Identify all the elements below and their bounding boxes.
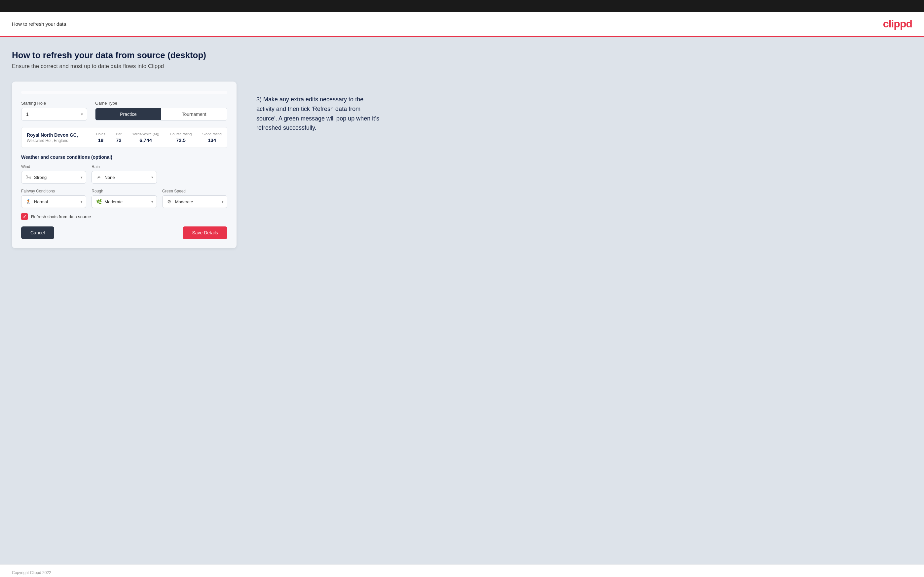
starting-hole-chevron: ▾ (81, 112, 83, 116)
rain-label: Rain (92, 164, 157, 169)
fairway-group: Fairway Conditions 🏌 Normal ▾ (21, 189, 86, 208)
holes-value: 18 (96, 137, 105, 143)
fairway-icon: 🏌 (26, 199, 31, 205)
slope-rating-value: 134 (202, 137, 222, 143)
wind-select[interactable]: 🌬 Strong ▾ (21, 171, 86, 184)
save-button[interactable]: Save Details (183, 226, 227, 239)
course-row: Royal North Devon GC, Westward Ho!, Engl… (21, 127, 227, 148)
instruction-text: 3) Make any extra edits necessary to the… (256, 95, 382, 133)
cancel-button[interactable]: Cancel (21, 226, 54, 239)
wind-label: Wind (21, 164, 86, 169)
rain-select[interactable]: ☀ None ▾ (92, 171, 157, 184)
par-stat: Par 72 (116, 132, 121, 143)
rough-group: Rough 🌿 Moderate ▾ (92, 189, 157, 208)
practice-button[interactable]: Practice (95, 108, 161, 120)
header: How to refresh your data clippd (0, 12, 924, 37)
button-row: Cancel Save Details (21, 226, 227, 239)
card-top-strip (21, 91, 227, 94)
rough-label: Rough (92, 189, 157, 193)
rough-select[interactable]: 🌿 Moderate ▾ (92, 195, 157, 208)
instruction-panel: 3) Make any extra edits necessary to the… (256, 82, 382, 133)
top-bar (0, 0, 924, 12)
course-rating-label: Course rating (170, 132, 192, 136)
course-rating-stat: Course rating 72.5 (170, 132, 192, 143)
footer: Copyright Clippd 2022 (0, 564, 924, 577)
course-stats: Holes 18 Par 72 Yards/White (M)) 6,744 C… (96, 132, 222, 143)
wind-group: Wind 🌬 Strong ▾ (21, 164, 86, 184)
form-card: Starting Hole 1 ▾ Game Type Practice Tou… (12, 82, 236, 248)
logo: clippd (883, 18, 912, 30)
holes-stat: Holes 18 (96, 132, 105, 143)
green-speed-icon: ⚙ (166, 199, 173, 205)
course-info: Royal North Devon GC, Westward Ho!, Engl… (27, 132, 96, 143)
green-speed-chevron: ▾ (222, 200, 224, 204)
green-speed-label: Green Speed (162, 189, 227, 193)
wind-value: Strong (34, 175, 47, 180)
rain-icon: ☀ (96, 174, 102, 180)
green-speed-select[interactable]: ⚙ Moderate ▾ (162, 195, 227, 208)
refresh-checkbox-row: ✓ Refresh shots from data source (21, 213, 227, 220)
yards-label: Yards/White (M)) (132, 132, 159, 136)
checkmark-icon: ✓ (23, 214, 26, 219)
wind-chevron: ▾ (81, 175, 82, 180)
starting-game-row: Starting Hole 1 ▾ Game Type Practice Tou… (21, 101, 227, 121)
fairway-rough-green-row: Fairway Conditions 🏌 Normal ▾ Rough 🌿 Mo… (21, 189, 227, 208)
par-label: Par (116, 132, 121, 136)
par-value: 72 (116, 137, 121, 143)
rain-value: None (104, 175, 115, 180)
footer-copyright: Copyright Clippd 2022 (12, 571, 51, 575)
holes-label: Holes (96, 132, 105, 136)
rough-value: Moderate (104, 199, 123, 204)
slope-rating-label: Slope rating (202, 132, 222, 136)
main-content: How to refresh your data from source (de… (0, 37, 924, 564)
rain-group: Rain ☀ None ▾ (92, 164, 157, 184)
fairway-chevron: ▾ (81, 200, 82, 204)
starting-hole-label: Starting Hole (21, 101, 87, 106)
refresh-checkbox-label: Refresh shots from data source (31, 214, 91, 219)
starting-hole-group: Starting Hole 1 ▾ (21, 101, 87, 121)
green-speed-value: Moderate (175, 199, 193, 204)
rough-icon: 🌿 (96, 199, 102, 205)
rain-chevron: ▾ (151, 175, 153, 180)
green-speed-group: Green Speed ⚙ Moderate ▾ (162, 189, 227, 208)
wind-icon: 🌬 (26, 174, 31, 180)
course-name: Royal North Devon GC, (27, 132, 96, 138)
refresh-checkbox[interactable]: ✓ (21, 213, 28, 220)
wind-rain-row: Wind 🌬 Strong ▾ Rain ☀ None ▾ (21, 164, 227, 184)
fairway-label: Fairway Conditions (21, 189, 86, 193)
content-row: Starting Hole 1 ▾ Game Type Practice Tou… (12, 82, 912, 248)
weather-section-title: Weather and course conditions (optional) (21, 155, 227, 160)
page-heading: How to refresh your data from source (de… (12, 50, 912, 60)
yards-stat: Yards/White (M)) 6,744 (132, 132, 159, 143)
page-subheading: Ensure the correct and most up to date d… (12, 63, 912, 70)
course-rating-value: 72.5 (170, 137, 192, 143)
yards-value: 6,744 (132, 137, 159, 143)
fairway-value: Normal (34, 199, 48, 204)
starting-hole-select[interactable]: 1 ▾ (21, 108, 87, 121)
game-type-buttons: Practice Tournament (95, 108, 227, 121)
slope-rating-stat: Slope rating 134 (202, 132, 222, 143)
rough-chevron: ▾ (151, 200, 153, 204)
fairway-select[interactable]: 🏌 Normal ▾ (21, 195, 86, 208)
header-title: How to refresh your data (12, 21, 66, 27)
course-location: Westward Ho!, England (27, 138, 96, 143)
game-type-group: Game Type Practice Tournament (95, 101, 227, 121)
game-type-label: Game Type (95, 101, 227, 106)
starting-hole-value: 1 (26, 111, 29, 117)
tournament-button[interactable]: Tournament (161, 108, 227, 120)
